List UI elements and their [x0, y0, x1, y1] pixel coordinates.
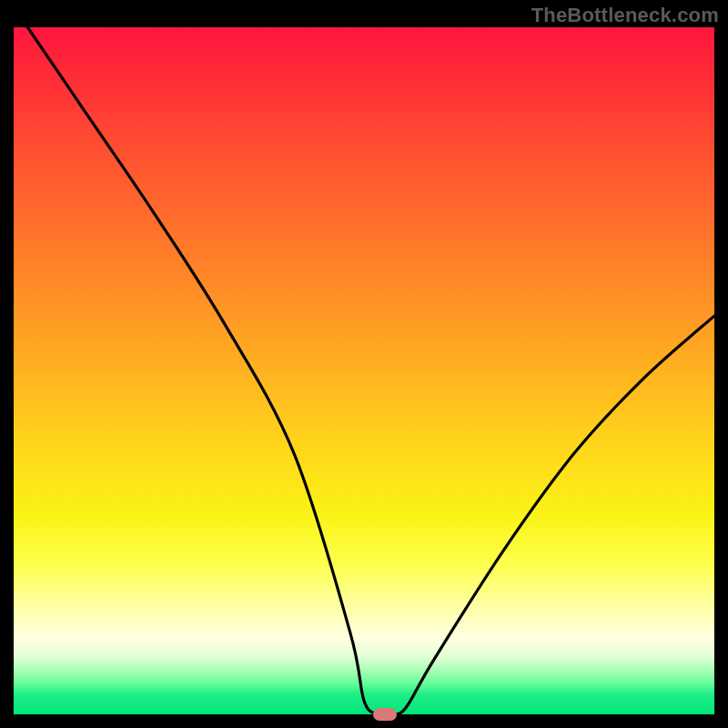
- chart-container: TheBottleneck.com: [0, 0, 728, 728]
- bottleneck-curve-path: [27, 27, 714, 714]
- optimal-point-marker: [373, 708, 397, 721]
- watermark-text: TheBottleneck.com: [531, 4, 719, 27]
- curve-svg: [14, 27, 714, 714]
- plot-area: [14, 27, 714, 714]
